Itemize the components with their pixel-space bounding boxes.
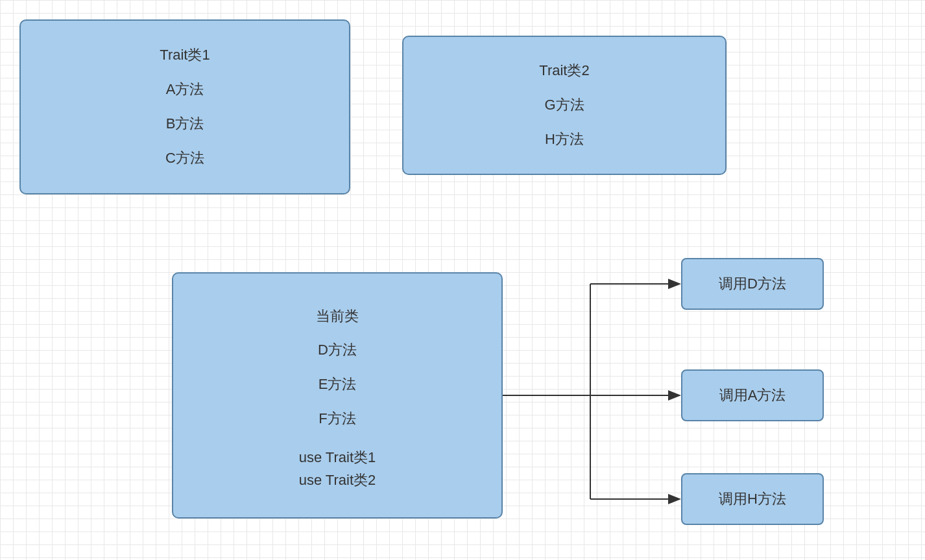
current-class-method-d: D方法 (318, 340, 357, 360)
current-class-use1: use Trait类1 (299, 448, 376, 468)
current-class-method-e: E方法 (318, 375, 357, 395)
trait1-method-a: A方法 (166, 80, 204, 100)
trait2-box: Trait类2 G方法 H方法 (402, 36, 727, 175)
trait2-title: Trait类2 (539, 61, 589, 81)
call-d-label: 调用D方法 (719, 274, 786, 294)
trait1-method-b: B方法 (166, 114, 204, 134)
current-class-box: 当前类 D方法 E方法 F方法 use Trait类1 use Trait类2 (172, 272, 503, 519)
call-h-label: 调用H方法 (719, 489, 786, 509)
current-class-title: 当前类 (316, 307, 359, 327)
trait1-method-c: C方法 (165, 148, 204, 169)
call-h-box: 调用H方法 (681, 473, 824, 525)
trait2-method-h: H方法 (545, 130, 584, 150)
call-a-box: 调用A方法 (681, 369, 824, 421)
trait1-box: Trait类1 A方法 B方法 C方法 (19, 19, 350, 194)
current-class-method-f: F方法 (318, 409, 355, 429)
trait2-method-g: G方法 (544, 95, 584, 115)
call-d-box: 调用D方法 (681, 258, 824, 310)
call-a-label: 调用A方法 (719, 386, 786, 405)
current-class-use2: use Trait类2 (299, 471, 376, 491)
trait1-title: Trait类1 (160, 45, 210, 65)
